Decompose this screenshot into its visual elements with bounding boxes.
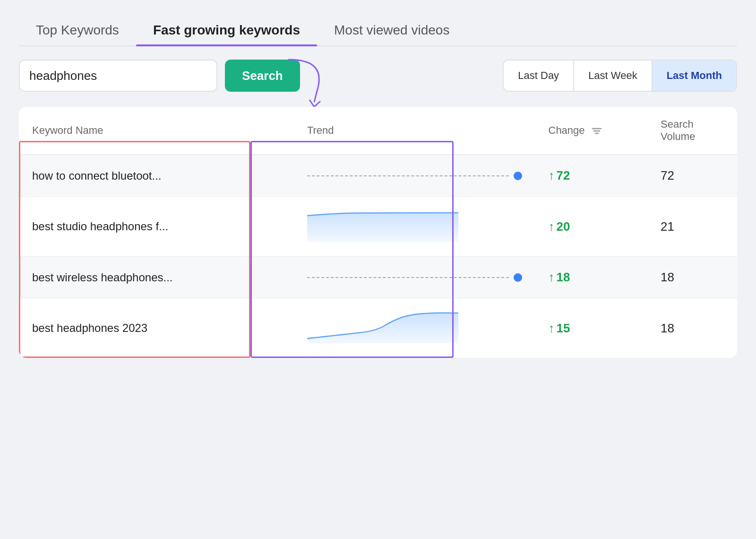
tab-bar: Top Keywords Fast growing keywords Most …: [19, 14, 737, 46]
filter-icon[interactable]: [592, 127, 602, 135]
time-btn-last-day[interactable]: Last Day: [504, 61, 574, 91]
change-arrow: ↑: [549, 219, 555, 234]
change-cell: ↑72: [535, 155, 648, 197]
keywords-table-wrapper: Keyword Name Trend Change SearchVolume: [19, 107, 737, 358]
change-cell: ↑18: [535, 257, 648, 298]
trend-cell: [294, 257, 535, 298]
trend-flat: [307, 166, 522, 185]
keywords-table: Keyword Name Trend Change SearchVolume: [19, 107, 737, 358]
search-button[interactable]: Search: [225, 60, 300, 92]
change-cell: ↑20: [535, 197, 648, 257]
table-row: how to connect bluetoot... ↑72 72: [19, 155, 737, 197]
trend-cell: [294, 155, 535, 197]
change-arrow: ↑: [549, 321, 555, 335]
trend-dot: [514, 172, 522, 180]
trend-chart-area-flat: [307, 206, 463, 244]
time-btn-last-month[interactable]: Last Month: [653, 61, 736, 91]
volume-cell: 18: [647, 257, 737, 298]
header-change: Change: [535, 107, 648, 155]
keyword-cell: best wireless headphones...: [19, 257, 294, 298]
keyword-cell: how to connect bluetoot...: [19, 155, 294, 197]
time-filters: Last Day Last Week Last Month: [503, 60, 737, 92]
keyword-cell: best studio headphones f...: [19, 197, 294, 257]
volume-cell: 21: [647, 197, 737, 257]
trend-cell: [294, 298, 535, 358]
header-keyword-name: Keyword Name: [19, 107, 294, 155]
table-row: best wireless headphones... ↑18 18: [19, 257, 737, 298]
trend-chart-area-rise: [307, 308, 463, 346]
change-arrow: ↑: [549, 270, 555, 284]
search-input[interactable]: [19, 60, 217, 92]
table-header-row: Keyword Name Trend Change SearchVolume: [19, 107, 737, 155]
volume-cell: 18: [647, 298, 737, 358]
table-row: best studio headphones f...: [19, 197, 737, 257]
time-btn-last-week[interactable]: Last Week: [574, 61, 653, 91]
change-arrow: ↑: [549, 168, 555, 183]
trend-flat: [307, 268, 522, 287]
trend-dot: [514, 273, 522, 282]
change-cell: ↑15: [535, 298, 648, 358]
search-row: Search Last Day Last Week Last Month: [19, 60, 737, 92]
main-container: Top Keywords Fast growing keywords Most …: [0, 0, 756, 539]
volume-cell: 72: [647, 155, 737, 197]
table-row: best headphones 2023: [19, 298, 737, 358]
header-search-volume: SearchVolume: [647, 107, 737, 155]
header-trend: Trend: [294, 107, 535, 155]
trend-dashes: [307, 175, 509, 176]
tab-top-keywords[interactable]: Top Keywords: [19, 14, 136, 45]
tab-most-viewed[interactable]: Most viewed videos: [317, 14, 466, 45]
keyword-cell: best headphones 2023: [19, 298, 294, 358]
trend-cell: [294, 197, 535, 257]
tab-fast-growing[interactable]: Fast growing keywords: [136, 14, 317, 45]
trend-dashes: [307, 277, 509, 278]
